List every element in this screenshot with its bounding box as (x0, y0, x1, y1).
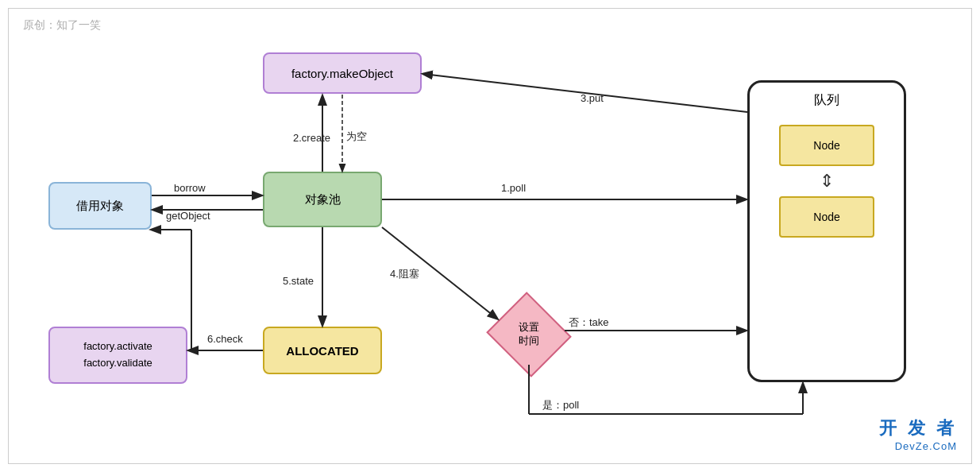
put-label: 3.put (581, 92, 604, 104)
no-take-label: 否：take (569, 315, 609, 330)
block-label: 4.阻塞 (390, 267, 419, 281)
time-setting-diamond: 设置时间 (493, 303, 565, 366)
factory-activate-validate-box: factory.activate factory.validate (48, 327, 187, 384)
node1-box: Node (779, 125, 874, 166)
borrow-object-box: 借用对象 (48, 182, 152, 230)
node2-box: Node (779, 196, 874, 238)
create-label: 2.create (293, 132, 330, 144)
factory-make-object-box: factory.makeObject (263, 52, 422, 94)
object-pool-box: 对象池 (263, 172, 382, 227)
empty-label: 为空 (346, 130, 367, 144)
check-label: 6.check (207, 333, 243, 345)
allocated-box: ALLOCATED (263, 327, 382, 374)
watermark: 原创：知了一笑 (23, 18, 101, 33)
state-label: 5.state (283, 275, 314, 287)
getobject-label: getObject (166, 210, 210, 222)
queue-box: 队列 Node ⇕ Node (747, 80, 906, 382)
diagram-container: 原创：知了一笑 factory.makeObject 借用对象 对象池 fact… (8, 8, 972, 464)
borrow-label: borrow (174, 182, 206, 194)
poll-label1: 1.poll (501, 182, 526, 194)
node-arrow: ⇕ (820, 172, 834, 190)
devze-branding: 开 发 者 DevZe.CoM (879, 416, 957, 452)
yes-poll-label: 是：poll (542, 398, 579, 412)
